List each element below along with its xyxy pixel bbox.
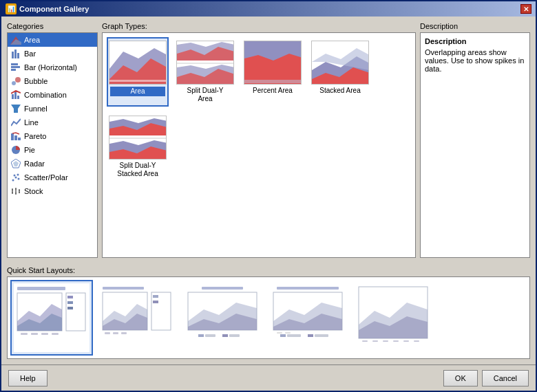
- svg-rect-78: [153, 301, 158, 303]
- svg-rect-90: [229, 334, 240, 337]
- bubble-icon: [10, 76, 21, 87]
- graph-type-percent-area[interactable]: Percent Area: [242, 37, 304, 107]
- graph-type-stacked-area[interactable]: Stacked Area: [309, 37, 371, 107]
- help-button[interactable]: Help: [8, 370, 48, 386]
- area-icon: [10, 34, 21, 45]
- svg-rect-81: [121, 332, 127, 334]
- svg-point-20: [12, 179, 14, 182]
- svg-rect-69: [41, 333, 48, 335]
- title-bar: 📊 Component Gallery ✕: [1, 1, 536, 17]
- funnel-label: Funnel: [24, 105, 48, 113]
- funnel-icon: [10, 103, 21, 114]
- svg-marker-19: [13, 161, 19, 166]
- svg-rect-4: [17, 53, 19, 58]
- qs-item-3[interactable]: [181, 280, 264, 356]
- svg-rect-12: [17, 96, 19, 99]
- category-scatter[interactable]: Scatter/Polar: [8, 171, 97, 184]
- svg-rect-66: [67, 307, 73, 309]
- category-area[interactable]: Area: [8, 33, 97, 47]
- svg-rect-87: [198, 334, 204, 337]
- graph-grid: Area: [107, 37, 411, 182]
- svg-point-9: [15, 77, 21, 83]
- cancel-button[interactable]: Cancel: [482, 370, 529, 386]
- description-text: Overlapping areas show values. Use to sh…: [425, 48, 525, 73]
- svg-rect-65: [67, 301, 73, 304]
- bar-icon: [10, 48, 21, 59]
- close-button[interactable]: ✕: [520, 4, 531, 14]
- quick-start-list: [7, 276, 530, 359]
- svg-rect-101: [285, 332, 291, 334]
- svg-rect-10: [12, 94, 14, 99]
- svg-rect-106: [362, 340, 368, 342]
- svg-point-22: [14, 175, 16, 177]
- svg-rect-110: [403, 340, 409, 342]
- qs-thumb-1: [14, 283, 90, 352]
- main-content: Categories Area: [1, 17, 536, 263]
- radar-label: Radar: [24, 160, 45, 168]
- graph-types-label: Graph Types:: [102, 22, 416, 30]
- bar-label: Bar: [24, 50, 36, 58]
- svg-rect-63: [66, 293, 85, 331]
- graph-type-split-dual-y[interactable]: Split Dual-YArea: [174, 37, 236, 107]
- qs-thumb-4: [270, 283, 346, 352]
- component-gallery-window: 📊 Component Gallery ✕ Categories Area: [0, 0, 537, 392]
- combination-label: Combination: [24, 91, 67, 99]
- graph-type-area[interactable]: Area: [107, 37, 169, 107]
- window-title: Component Gallery: [19, 5, 520, 13]
- percent-area-thumb: [244, 41, 302, 85]
- ok-button[interactable]: OK: [443, 370, 478, 386]
- svg-rect-67: [21, 333, 28, 335]
- svg-rect-6: [11, 66, 20, 68]
- svg-rect-70: [52, 333, 59, 335]
- category-bar-horizontal[interactable]: Bar (Horizontal): [8, 61, 97, 74]
- svg-rect-15: [14, 135, 17, 140]
- svg-rect-16: [18, 138, 21, 140]
- svg-rect-92: [277, 287, 339, 290]
- svg-rect-88: [205, 334, 215, 337]
- svg-marker-1: [10, 39, 21, 45]
- svg-rect-97: [287, 334, 301, 337]
- graph-type-split-dual-y-stacked[interactable]: Split Dual-YStacked Area: [107, 112, 169, 182]
- stacked-area-label: Stacked Area: [319, 87, 360, 95]
- category-stock[interactable]: Stock: [8, 184, 97, 198]
- svg-rect-96: [280, 334, 286, 337]
- split-dual-y-stacked-label: Split Dual-YStacked Area: [117, 162, 158, 178]
- description-label: Description: [420, 22, 530, 30]
- scatter-icon: [10, 172, 21, 183]
- qs-thumb-5: [355, 283, 431, 352]
- split-dual-y-label: Split Dual-YArea: [187, 87, 224, 103]
- qs-item-5[interactable]: [352, 280, 434, 356]
- svg-rect-64: [67, 296, 73, 298]
- combination-icon: [10, 89, 21, 100]
- svg-rect-2: [12, 52, 14, 58]
- svg-rect-77: [153, 295, 158, 298]
- area-type-label: Area: [110, 87, 165, 96]
- bar-horizontal-label: Bar (Horizontal): [24, 63, 77, 72]
- category-combination[interactable]: Combination: [8, 88, 97, 102]
- category-funnel[interactable]: Funnel: [8, 102, 97, 116]
- stock-icon: [10, 186, 21, 197]
- category-pie[interactable]: Pie: [8, 143, 97, 157]
- category-bubble[interactable]: Bubble: [8, 74, 97, 88]
- svg-rect-79: [105, 332, 110, 334]
- qs-item-4[interactable]: [266, 280, 349, 356]
- svg-point-24: [17, 174, 19, 176]
- qs-item-1[interactable]: [10, 280, 93, 356]
- svg-rect-111: [414, 340, 419, 342]
- scatter-label: Scatter/Polar: [24, 173, 68, 182]
- category-radar[interactable]: Radar: [8, 157, 97, 171]
- svg-rect-11: [14, 92, 17, 99]
- svg-point-23: [18, 178, 20, 180]
- categories-label: Categories: [7, 22, 98, 30]
- category-line[interactable]: Line: [8, 116, 97, 129]
- description-panel: Description Description Overlapping area…: [420, 22, 530, 258]
- graph-types-list: Area: [102, 32, 416, 258]
- svg-rect-14: [11, 133, 14, 140]
- category-bar[interactable]: Bar: [8, 47, 97, 61]
- category-pareto[interactable]: Pareto: [8, 129, 97, 143]
- split-dual-y-stacked-thumb: [109, 116, 167, 160]
- svg-rect-59: [17, 287, 65, 290]
- svg-marker-13: [11, 105, 21, 113]
- radar-icon: [10, 158, 21, 169]
- qs-item-2[interactable]: [96, 280, 178, 356]
